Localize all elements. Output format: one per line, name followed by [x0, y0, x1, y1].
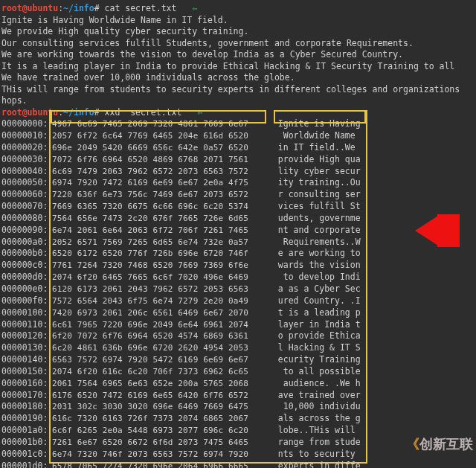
offset: 000000e0: [1, 283, 52, 295]
offset: 000001a0: [1, 425, 52, 437]
hex-bytes: 6176 6520 7472 6169 6e65 6420 6f76 6572 [52, 391, 268, 402]
ascii: t is a leading p [268, 307, 361, 319]
offset: 00000120: [1, 330, 52, 342]
xxd-row: 00000180:2031 302c 3030 3020 696e 6469 7… [1, 401, 476, 413]
offset: 00000080: [1, 213, 52, 225]
hex-bytes: 2074 6f20 6465 7665 6c6f 7020 496e 6469 [52, 272, 268, 283]
offset: 000001c0: [1, 449, 52, 461]
xxd-row: 000000f0:7572 6564 2043 6f75 6e74 7279 2… [1, 295, 476, 307]
hex-bytes: 7220 636f 6e73 756c 7469 6e67 2073 6572 [52, 190, 268, 201]
offset: 00000010: [1, 130, 52, 142]
watermark: 《创新互联 [406, 435, 473, 453]
offset: 00000060: [1, 189, 52, 201]
xxd-row: 000000b0:6520 6172 6520 776f 726b 696e 6… [1, 248, 476, 260]
ascii: a as a Cyber Sec [268, 283, 361, 295]
ascii: Requirements..W [268, 237, 361, 249]
output-line: hops. [1, 95, 476, 107]
xxd-row: 000001a0:6c6f 6265 2e0a 5448 6973 2077 6… [1, 425, 476, 437]
xxd-row: 00000040:6c69 7479 2063 7962 6572 2073 6… [1, 166, 476, 178]
cat-output: Ignite is Having Worldwide Name in IT fi… [1, 15, 476, 107]
ascii: e are working to [268, 248, 361, 260]
ascii: ave trained over [268, 390, 361, 402]
xxd-row: 00000050:6974 7920 7472 6169 6e69 6e67 2… [1, 177, 476, 189]
xxd-row: 00000160:2061 7564 6965 6e63 652e 200a 5… [1, 378, 476, 390]
offset: 00000050: [1, 177, 52, 189]
xxd-row: 00000120:6f20 7072 6f76 6964 6520 4574 6… [1, 330, 476, 342]
hex-bytes: 6e74 2061 6e64 2063 6f72 706f 7261 7465 [52, 225, 268, 237]
hex-bytes: 6578 7065 7274 7320 696e 2064 6966 6665 [52, 461, 268, 468]
offset: 00000030: [1, 154, 52, 166]
ascii: experts in diffe [268, 461, 361, 468]
xxd-row: 00000190:616c 7320 6163 726f 7373 2074 6… [1, 413, 476, 425]
xxd-row: 00000020:696e 2049 5420 6669 656c 642e 0… [1, 142, 476, 154]
hex-bytes: 6120 6173 2061 2043 7962 6572 2053 6563 [52, 284, 268, 295]
ascii: to all possible [268, 366, 361, 378]
offset: 000000f0: [1, 295, 52, 307]
offset: 00000150: [1, 366, 52, 378]
output-line: We provide High quality cyber security t… [1, 26, 476, 38]
hex-bytes: 6563 7572 6974 7920 5472 6169 6e69 6e67 [52, 355, 268, 366]
hex-bytes: 616c 7320 6163 726f 7373 2074 6865 2067 [52, 414, 268, 425]
hex-bytes: 7261 6e67 6520 6672 6f6d 2073 7475 6465 [52, 437, 268, 449]
xxd-row: 00000170:6176 6520 7472 6169 6e65 6420 6… [1, 390, 476, 402]
hex-bytes: 6f20 7072 6f76 6964 6520 4574 6869 6361 [52, 331, 268, 342]
hex-bytes: 7072 6f76 6964 6520 4869 6768 2071 7561 [52, 155, 268, 166]
offset: 00000070: [1, 201, 52, 213]
hex-bytes: 6520 6172 6520 776f 726b 696e 6720 746f [52, 249, 268, 260]
xxd-row: 00000130:6c20 4861 636b 696e 6720 2620 4… [1, 342, 476, 354]
offset: 000000d0: [1, 272, 52, 283]
hex-bytes: 2074 6f20 616c 6c20 706f 7373 6962 6c65 [52, 367, 268, 378]
ascii: lobe..THis will [268, 425, 361, 437]
xxd-row: 00000090:6e74 2061 6e64 2063 6f72 706f 7… [1, 225, 476, 237]
hex-bytes: 7669 6365 7320 6675 6c66 696c 6c20 5374 [52, 202, 268, 213]
ascii: r consulting ser [268, 189, 361, 201]
xxd-row: 00000150:2074 6f20 616c 6c20 706f 7373 6… [1, 366, 476, 378]
xxd-output: 00000000:4967 6e69 7465 2069 7320 4861 7… [1, 118, 476, 468]
hex-bytes: 6c61 7965 7220 696e 2049 6e64 6961 2074 [52, 320, 268, 331]
prompt-line-1[interactable]: root@ubuntu:~/info# cat secret.txt ⇦ [1, 3, 476, 15]
ascii: l Hacking & IT S [268, 342, 361, 354]
hex-bytes: 4967 6e69 7465 2069 7320 4861 7669 6e67 [52, 119, 268, 130]
xxd-row: 00000010:2057 6f72 6c64 7769 6465 204e 6… [1, 130, 476, 142]
offset: 000000b0: [1, 248, 52, 260]
offset: 00000100: [1, 307, 52, 319]
ascii: in IT field..We [268, 142, 361, 154]
offset: 000001d0: [1, 461, 52, 468]
output-line: Ignite is Having Worldwide Name in IT fi… [1, 15, 476, 27]
xxd-row: 00000080:7564 656e 7473 2c20 676f 7665 7… [1, 213, 476, 225]
ascii: ecurity Training [268, 354, 361, 366]
offset: 00000040: [1, 166, 52, 178]
xxd-row: 00000060:7220 636f 6e73 756c 7469 6e67 2… [1, 189, 476, 201]
prompt-user: root@ubuntu [1, 3, 58, 13]
offset: 00000020: [1, 142, 52, 154]
hex-bytes: 6c20 4861 636b 696e 6720 2620 4954 2053 [52, 343, 268, 354]
prompt-path: ~/info [63, 3, 94, 13]
xxd-row: 00000000:4967 6e69 7465 2069 7320 4861 7… [1, 118, 476, 130]
xxd-row: 000000a0:2052 6571 7569 7265 6d65 6e74 7… [1, 237, 476, 249]
xxd-row: 000001d0:6578 7065 7274 7320 696e 2064 6… [1, 461, 476, 468]
output-line: We are working towards the vision to dev… [1, 49, 476, 61]
ascii: udents, governme [268, 213, 361, 225]
hex-bytes: 2057 6f72 6c64 7769 6465 204e 616d 6520 [52, 131, 268, 142]
command-xxd: xxd secret.txt [105, 107, 182, 118]
xxd-row: 000001c0:6e74 7320 746f 2073 6563 7572 6… [1, 449, 476, 461]
output-line: It is a leading player in India to provi… [1, 61, 476, 73]
ascii: nt and corporate [268, 225, 361, 237]
output-line: We have trained over 10,000 individuals … [1, 72, 476, 84]
hex-bytes: 2031 302c 3030 3020 696e 6469 7669 6475 [52, 402, 268, 413]
xxd-row: 00000140:6563 7572 6974 7920 5472 6169 6… [1, 354, 476, 366]
hex-bytes: 6c69 7479 2063 7962 6572 2073 6563 7572 [52, 167, 268, 178]
xxd-row: 000001b0:7261 6e67 6520 6672 6f6d 2073 7… [1, 437, 476, 449]
ascii: wards the vision [268, 260, 361, 272]
prompt-line-2[interactable]: root@ubuntu:~/info# xxd secret.txt ⇦ [1, 107, 476, 119]
offset: 00000170: [1, 390, 52, 402]
hex-bytes: 2061 7564 6965 6e63 652e 200a 5765 2068 [52, 379, 268, 390]
ascii: to develop Indi [268, 272, 361, 283]
hex-bytes: 7564 656e 7473 2c20 676f 7665 726e 6d65 [52, 214, 268, 225]
ascii: o provide Ethica [268, 330, 361, 342]
ascii: nts to security [268, 449, 361, 461]
xxd-row: 000000e0:6120 6173 2061 2043 7962 6572 2… [1, 283, 476, 295]
cursor-icon: ⇦ [197, 107, 202, 118]
offset: 000001b0: [1, 437, 52, 449]
offset: 000000c0: [1, 260, 52, 272]
